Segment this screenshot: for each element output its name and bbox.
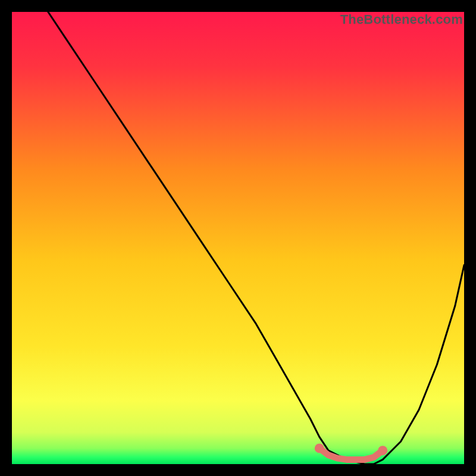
chart-svg [12,12,464,464]
watermark-text: TheBottleneck.com [340,12,463,27]
bottleneck-chart: TheBottleneck.com [12,12,464,464]
sweet-spot-endpoint [315,443,324,453]
plot-area [12,12,464,464]
gradient-background [12,12,464,464]
sweet-spot-endpoint [378,446,387,455]
